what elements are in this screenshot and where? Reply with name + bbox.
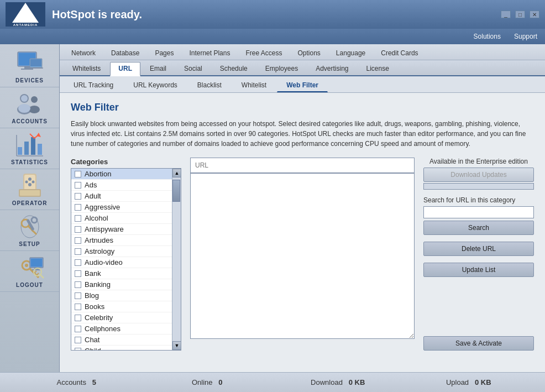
maximize-button[interactable]: □ xyxy=(515,11,525,18)
list-item[interactable]: Books xyxy=(71,301,172,312)
svg-line-38 xyxy=(34,271,36,273)
list-item[interactable]: Cellphones xyxy=(71,323,172,334)
delete-url-button[interactable]: Delete URL xyxy=(423,242,534,256)
sidebar-item-devices[interactable]: DEVICES xyxy=(0,46,59,87)
category-checkbox[interactable] xyxy=(75,259,81,266)
category-checkbox[interactable] xyxy=(75,182,81,189)
category-name: Ads xyxy=(85,181,97,189)
tab-blacklist[interactable]: Blacklist xyxy=(188,79,231,92)
list-item[interactable]: Abortion xyxy=(71,169,172,180)
tab-pages[interactable]: Pages xyxy=(148,46,181,60)
tab-license[interactable]: License xyxy=(358,62,397,75)
list-item[interactable]: Ads xyxy=(71,180,172,191)
status-upload: Upload 0 KB xyxy=(403,378,534,386)
category-checkbox[interactable] xyxy=(75,215,81,222)
scrollbar-thumb[interactable] xyxy=(172,180,180,202)
tab-language[interactable]: Language xyxy=(329,46,373,60)
url-input[interactable] xyxy=(190,158,415,173)
list-item[interactable]: Audio-video xyxy=(71,257,172,268)
tab-credit-cards[interactable]: Credit Cards xyxy=(374,46,425,60)
category-name: Aggressive xyxy=(85,203,120,211)
tab-advertising[interactable]: Advertising xyxy=(307,62,357,75)
tab-web-filter[interactable]: Web Filter xyxy=(277,79,328,92)
svg-point-22 xyxy=(28,177,32,181)
menu-solutions[interactable]: Solutions xyxy=(471,32,503,41)
sidebar-logout-label: LOGOUT xyxy=(16,282,43,288)
tab-social[interactable]: Social xyxy=(176,62,211,75)
svg-point-25 xyxy=(32,181,34,184)
category-checkbox[interactable] xyxy=(75,304,81,310)
list-item[interactable]: Blog xyxy=(71,290,172,301)
sidebar-item-logout[interactable]: LOGOUT xyxy=(0,251,59,292)
categories-scrollbar[interactable]: ▲ ▼ xyxy=(172,169,181,350)
category-checkbox[interactable] xyxy=(75,315,81,321)
tab-database[interactable]: Database xyxy=(104,46,146,60)
category-checkbox[interactable] xyxy=(75,193,81,200)
tab-network[interactable]: Network xyxy=(64,46,103,60)
download-updates-button[interactable]: Download Updates xyxy=(423,168,534,182)
category-checkbox[interactable] xyxy=(75,326,81,332)
tab-url-keywords[interactable]: URL Keywords xyxy=(124,79,187,92)
category-checkbox[interactable] xyxy=(75,248,81,255)
search-input[interactable] xyxy=(423,206,534,218)
tab-internet-plans[interactable]: Internet Plans xyxy=(182,46,237,60)
tabs-tertiary: URL Tracking URL Keywords Blacklist Whit… xyxy=(60,76,545,93)
tab-whitelists[interactable]: Whitelists xyxy=(64,62,109,75)
progress-bar xyxy=(423,183,534,190)
update-list-button[interactable]: Update List xyxy=(423,263,534,277)
svg-line-45 xyxy=(40,275,44,278)
list-item[interactable]: Artnudes xyxy=(71,235,172,246)
category-checkbox[interactable] xyxy=(75,171,81,177)
category-checkbox[interactable] xyxy=(75,337,81,343)
category-name: Adult xyxy=(85,192,101,200)
tab-whitelist[interactable]: Whitelist xyxy=(232,79,276,92)
close-button[interactable]: ✕ xyxy=(530,11,539,18)
sidebar-item-accounts[interactable]: ACCOUNTS xyxy=(0,87,59,128)
tab-url[interactable]: URL xyxy=(110,62,140,76)
scrollbar-up-button[interactable]: ▲ xyxy=(172,169,181,177)
category-checkbox[interactable] xyxy=(75,204,81,211)
category-checkbox[interactable] xyxy=(75,348,81,351)
enterprise-section: Available in the Enterprise edition Down… xyxy=(423,158,534,190)
list-item[interactable]: Chat xyxy=(71,334,172,346)
list-item[interactable]: Celebrity xyxy=(71,312,172,323)
search-button[interactable]: Search xyxy=(423,221,534,235)
category-name: Bank xyxy=(85,269,101,278)
list-item[interactable]: Antispyware xyxy=(71,224,172,235)
list-item[interactable]: Child xyxy=(71,346,172,350)
tab-email[interactable]: Email xyxy=(142,62,175,75)
list-item[interactable]: Alcohol xyxy=(71,213,172,224)
category-checkbox[interactable] xyxy=(75,270,81,277)
sidebar-item-setup[interactable]: SETUP xyxy=(0,210,59,251)
menu-support[interactable]: Support xyxy=(512,32,539,41)
category-checkbox[interactable] xyxy=(75,292,81,299)
list-item[interactable]: Bank xyxy=(71,268,172,279)
tab-free-access[interactable]: Free Access xyxy=(238,46,289,60)
list-item[interactable]: Banking xyxy=(71,279,172,290)
minimize-button[interactable]: _ xyxy=(501,11,511,18)
category-checkbox[interactable] xyxy=(75,281,81,288)
tab-url-tracking[interactable]: URL Tracking xyxy=(64,79,123,92)
svg-rect-15 xyxy=(31,137,35,155)
save-activate-button[interactable]: Save & Activate xyxy=(423,336,534,351)
category-checkbox[interactable] xyxy=(75,226,81,233)
tab-employees[interactable]: Employees xyxy=(257,62,306,75)
list-item[interactable]: Adult xyxy=(71,191,172,202)
url-list[interactable] xyxy=(190,173,415,339)
accounts-label: Accounts xyxy=(56,378,86,386)
sidebar-item-operator[interactable]: OPERATOR xyxy=(0,169,59,210)
categories-panel: Categories Abortion Ads xyxy=(71,158,181,351)
scrollbar-down-button[interactable]: ▼ xyxy=(172,341,181,350)
download-value: 0 KB xyxy=(349,378,365,386)
svg-point-10 xyxy=(29,106,40,113)
titlebar: ANTAMEDIA HotSpot is ready. _ □ ✕ xyxy=(0,0,545,29)
search-label: Search for URL in this category xyxy=(423,196,534,204)
category-name: Abortion xyxy=(85,170,111,178)
logout-icon xyxy=(13,254,46,281)
tab-schedule[interactable]: Schedule xyxy=(212,62,256,75)
list-item[interactable]: Astrology xyxy=(71,246,172,257)
tab-options[interactable]: Options xyxy=(291,46,328,60)
category-checkbox[interactable] xyxy=(75,237,81,244)
sidebar-item-statistics[interactable]: STATISTICS xyxy=(0,128,59,169)
list-item[interactable]: Aggressive xyxy=(71,202,172,213)
